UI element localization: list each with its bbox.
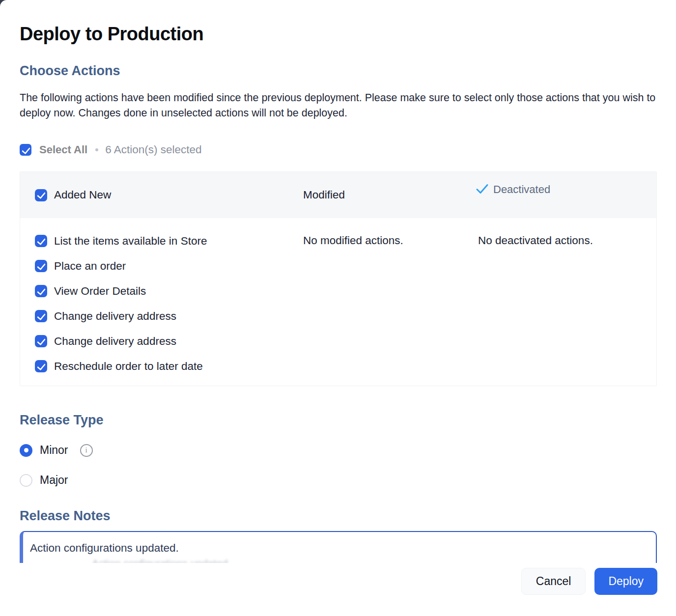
action-checkbox[interactable]: [35, 235, 47, 247]
select-all-row: Select All 6 Action(s) selected: [20, 143, 657, 156]
action-row: Reschedule order to later date: [20, 354, 303, 379]
dot-separator-icon: [95, 148, 98, 151]
actions-table-body: List the items available in Store Place …: [20, 218, 656, 386]
action-row: Place an order: [20, 253, 303, 279]
deactivated-header-cell: Deactivated: [475, 183, 656, 197]
info-icon[interactable]: [80, 444, 93, 457]
minor-radio-label: Minor: [40, 444, 68, 457]
action-checkbox[interactable]: [35, 285, 47, 297]
action-label: View Order Details: [54, 285, 146, 298]
action-label: List the items available in Store: [54, 235, 207, 248]
action-row: View Order Details: [20, 279, 303, 304]
added-new-header-label: Added New: [54, 189, 111, 201]
added-new-actions-list: List the items available in Store Place …: [20, 228, 303, 379]
action-checkbox[interactable]: [35, 360, 47, 372]
minor-radio[interactable]: [20, 444, 32, 457]
modified-empty-text: No modified actions.: [303, 228, 475, 379]
action-label: Change delivery address: [54, 335, 176, 348]
action-row: Change delivery address: [20, 304, 303, 329]
release-notes-value: Action configurations updated.: [23, 532, 656, 555]
added-new-header-cell: Added New: [20, 189, 303, 201]
action-label: Reschedule order to later date: [54, 360, 203, 373]
deactivated-empty-text: No deactivated actions.: [475, 228, 656, 379]
actions-table-header: Added New Modified Deactivated: [20, 172, 656, 218]
action-label: Place an order: [54, 260, 126, 273]
deactivated-header-label: Deactivated: [493, 183, 550, 196]
action-checkbox[interactable]: [35, 310, 47, 322]
action-checkbox[interactable]: [35, 335, 47, 347]
modified-header-label: Modified: [303, 189, 345, 201]
choose-actions-description: The following actions have been modified…: [20, 90, 657, 121]
action-label: Change delivery address: [54, 310, 176, 323]
actions-table: Added New Modified Deactivated: [20, 171, 657, 386]
choose-actions-heading: Choose Actions: [20, 63, 657, 79]
deactivated-check-icon: [475, 183, 489, 197]
release-type-option-minor: Minor: [20, 444, 657, 457]
cancel-button[interactable]: Cancel: [521, 568, 586, 595]
major-radio[interactable]: [20, 474, 32, 487]
modified-header-cell: Modified: [303, 189, 475, 201]
release-notes-heading: Release Notes: [20, 508, 657, 524]
action-row: List the items available in Store: [20, 228, 303, 253]
action-checkbox[interactable]: [35, 260, 47, 272]
selected-count-text: 6 Action(s) selected: [105, 143, 201, 156]
select-all-checkbox[interactable]: [20, 144, 31, 156]
deploy-button[interactable]: Deploy: [594, 568, 657, 595]
dialog-content: Deploy to Production Choose Actions The …: [0, 0, 676, 566]
release-type-heading: Release Type: [20, 412, 657, 428]
major-radio-label: Major: [40, 474, 68, 487]
added-new-checkbox[interactable]: [35, 189, 47, 201]
release-notes-textarea[interactable]: Action configurations updated. Action co…: [20, 531, 657, 566]
release-type-option-major: Major: [20, 474, 657, 487]
deploy-dialog: Deploy to Production Choose Actions The …: [0, 0, 676, 616]
select-all-label: Select All: [39, 143, 87, 156]
dialog-footer: Cancel Deploy: [0, 563, 676, 616]
action-row: Change delivery address: [20, 329, 303, 354]
dialog-title: Deploy to Production: [20, 23, 657, 45]
